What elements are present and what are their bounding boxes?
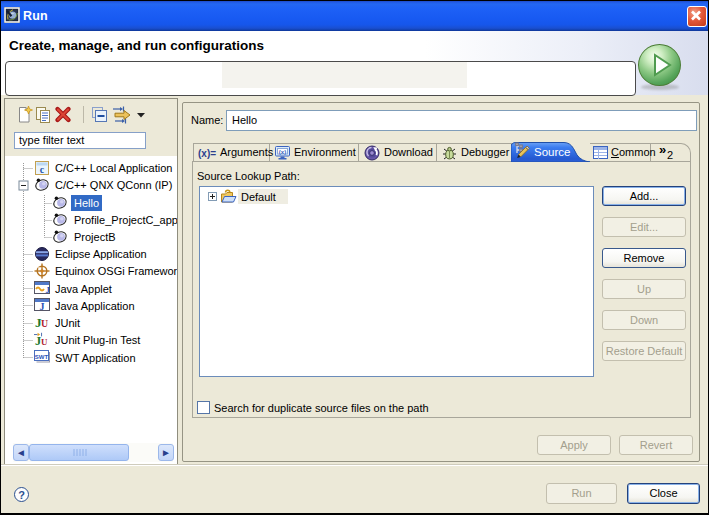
svg-text:J: J [35, 334, 41, 347]
svg-text:(x): (x) [279, 149, 286, 155]
svg-text:U: U [41, 318, 48, 329]
svg-text:J: J [40, 301, 45, 312]
svg-text:U: U [41, 337, 48, 347]
svg-text:Source: Source [534, 146, 570, 158]
svg-text:J: J [46, 285, 51, 295]
svg-text:SWT: SWT [35, 354, 49, 360]
svg-text:c: c [40, 164, 45, 175]
